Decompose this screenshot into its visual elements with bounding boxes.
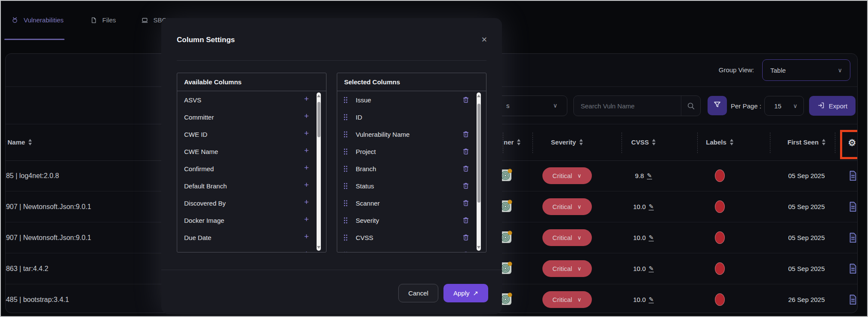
add-column-icon[interactable]: + (304, 112, 309, 120)
add-column-icon[interactable]: + (304, 198, 309, 206)
delete-column-icon[interactable] (462, 251, 470, 252)
add-column-icon[interactable]: + (304, 163, 309, 172)
available-column-item[interactable]: Confirmed+ (177, 160, 326, 177)
available-column-item[interactable]: ASVS+ (177, 91, 326, 108)
modal-title: Column Settings (177, 36, 235, 44)
cancel-button[interactable]: Cancel (398, 284, 438, 302)
delete-column-icon[interactable] (462, 130, 470, 138)
available-column-item[interactable]: CWE Name+ (177, 143, 326, 160)
drag-handle-icon[interactable] (343, 251, 348, 252)
available-column-item[interactable]: Due Date+ (177, 229, 326, 246)
group-view-select[interactable]: Table ∨ (762, 59, 850, 81)
tab-vulnerabilities[interactable]: Vulnerabilities (4, 12, 71, 28)
column-label: Vulnerability Name (356, 131, 409, 138)
selected-column-item[interactable]: Status (337, 177, 486, 194)
delete-column-icon[interactable] (462, 165, 470, 172)
add-column-icon[interactable]: + (304, 215, 309, 223)
delete-column-icon[interactable] (462, 199, 470, 207)
label-dot[interactable] (715, 200, 725, 213)
scrollbar[interactable] (477, 92, 481, 251)
selected-column-item[interactable]: CVSS (337, 229, 486, 246)
details-document-button[interactable] (845, 253, 858, 284)
scroll-down-icon[interactable] (477, 246, 480, 249)
drag-handle-icon[interactable] (343, 200, 348, 207)
details-document-button[interactable] (845, 160, 858, 191)
details-document-button[interactable] (845, 284, 858, 313)
selected-column-item[interactable]: Vulnerability Name (337, 126, 486, 143)
add-column-icon[interactable]: + (304, 129, 309, 137)
available-column-item[interactable]: CWE ID+ (177, 126, 326, 143)
edit-icon[interactable]: ✎ (649, 265, 654, 272)
selected-column-item[interactable]: Scanner (337, 194, 486, 212)
edit-icon[interactable]: ✎ (649, 296, 654, 303)
severity-badge[interactable]: Critical∨ (542, 167, 592, 184)
severity-value: Critical (552, 203, 572, 210)
edit-icon[interactable]: ✎ (647, 172, 652, 179)
add-column-icon[interactable]: + (304, 95, 309, 103)
add-column-icon[interactable]: + (304, 232, 309, 240)
per-page-select[interactable]: 15 ∨ (764, 96, 804, 116)
add-column-icon[interactable]: + (304, 146, 309, 154)
drag-handle-icon[interactable] (343, 182, 348, 190)
available-column-item[interactable]: Endpoint+ (177, 246, 326, 252)
selected-column-item[interactable]: Issue (337, 91, 486, 108)
drag-handle-icon[interactable] (343, 165, 348, 172)
scrollbar-thumb[interactable] (317, 102, 320, 137)
scrollbar[interactable] (317, 92, 321, 251)
drag-handle-icon[interactable] (343, 114, 348, 121)
delete-column-icon[interactable] (462, 216, 470, 224)
drag-handle-icon[interactable] (343, 131, 348, 138)
severity-badge[interactable]: Critical∨ (542, 291, 592, 308)
selected-column-item[interactable]: ID (337, 108, 486, 126)
severity-badge[interactable]: Critical∨ (542, 198, 592, 215)
details-document-button[interactable] (845, 191, 858, 222)
search-icon[interactable] (687, 102, 695, 112)
header-scanner[interactable]: ner (504, 124, 535, 160)
selected-column-item[interactable]: Project (337, 143, 486, 160)
available-column-item[interactable]: Committer+ (177, 108, 326, 126)
delete-column-icon[interactable] (462, 234, 470, 241)
label-dot[interactable] (715, 231, 725, 244)
scroll-down-icon[interactable] (317, 246, 320, 249)
available-column-item[interactable]: Discovered By+ (177, 194, 326, 212)
sort-icon (517, 139, 520, 145)
chevron-down-icon: ∨ (838, 67, 842, 74)
delete-column-icon[interactable] (462, 96, 470, 104)
filter-button[interactable] (708, 96, 727, 115)
header-first-seen[interactable]: First Seen (776, 124, 837, 160)
export-button[interactable]: Export (809, 96, 856, 116)
selected-column-item[interactable]: Branch (337, 160, 486, 177)
scrollbar-thumb[interactable] (477, 104, 480, 203)
tab-files[interactable]: Files (83, 12, 123, 28)
drag-handle-icon[interactable] (343, 96, 348, 104)
drag-handle-icon[interactable] (343, 217, 348, 224)
add-column-icon[interactable]: + (304, 181, 309, 189)
search-input[interactable] (574, 96, 686, 116)
add-column-icon[interactable]: + (304, 249, 309, 252)
delete-column-icon[interactable] (462, 148, 470, 155)
delete-column-icon[interactable] (462, 182, 470, 190)
details-document-button[interactable] (845, 222, 858, 253)
severity-badge[interactable]: Critical∨ (542, 260, 592, 277)
edit-icon[interactable]: ✎ (649, 234, 654, 241)
header-labels[interactable]: Labels (694, 124, 745, 160)
apply-button[interactable]: Apply↗ (443, 284, 488, 302)
scroll-up-icon[interactable] (317, 95, 320, 97)
selected-column-item[interactable]: Labels (337, 246, 486, 252)
scroll-up-icon[interactable] (477, 95, 480, 97)
header-severity[interactable]: Severity (535, 124, 599, 160)
selected-column-item[interactable]: Severity (337, 212, 486, 229)
export-label: Export (829, 102, 847, 110)
available-column-item[interactable]: Docker Image+ (177, 212, 326, 229)
drag-handle-icon[interactable] (343, 234, 348, 241)
header-vulnerability-name[interactable]: y Name (5, 124, 49, 160)
close-icon[interactable]: ✕ (481, 35, 487, 44)
drag-handle-icon[interactable] (343, 148, 348, 155)
label-dot[interactable] (715, 293, 725, 306)
available-column-item[interactable]: Default Branch+ (177, 177, 326, 194)
header-cvss[interactable]: CVSS (611, 124, 676, 160)
edit-icon[interactable]: ✎ (649, 203, 654, 210)
label-dot[interactable] (715, 262, 725, 275)
severity-badge[interactable]: Critical∨ (542, 229, 592, 246)
label-dot[interactable] (715, 169, 725, 182)
